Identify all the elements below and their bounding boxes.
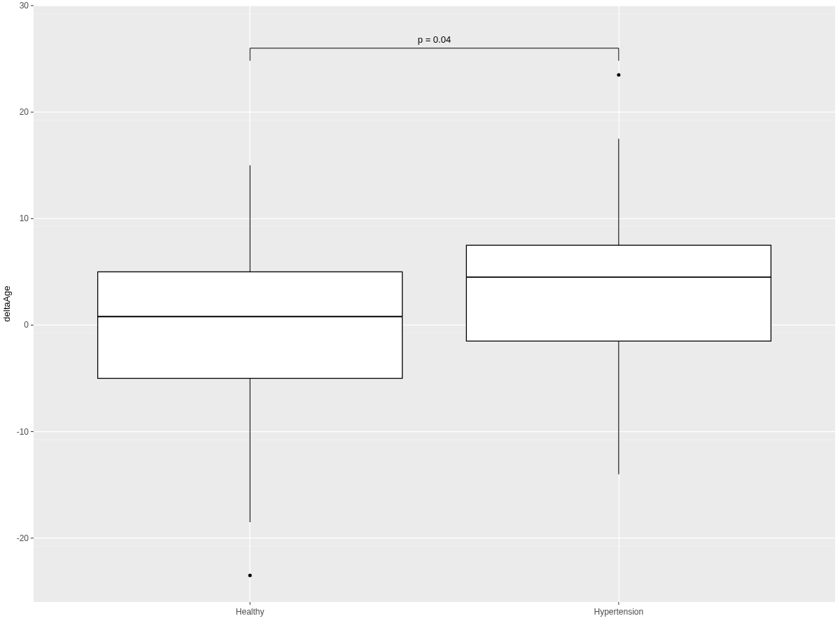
y-tick-label: 30 (20, 1, 29, 10)
x-tick-label: Healthy (236, 607, 265, 617)
outlier-point (248, 573, 252, 577)
y-tick-label: 0 (24, 320, 29, 330)
box-hypertension (466, 245, 771, 341)
box-healthy (98, 272, 402, 378)
y-tick-label: 20 (20, 107, 29, 117)
y-tick-label: -10 (17, 427, 29, 437)
boxplot-chart: p = 0.04 -20-100102030 HealthyHypertensi… (0, 0, 840, 630)
plot-panel: p = 0.04 (34, 6, 835, 602)
x-axis: HealthyHypertension (236, 602, 643, 617)
y-axis: -20-100102030 (17, 1, 34, 543)
y-tick-label: -20 (17, 533, 29, 543)
y-tick-label: 10 (20, 214, 29, 223)
outlier-point (617, 73, 620, 76)
x-tick-label: Hypertension (594, 607, 643, 617)
y-axis-title: deltaAge (1, 286, 12, 321)
significance-label: p = 0.04 (418, 34, 451, 45)
